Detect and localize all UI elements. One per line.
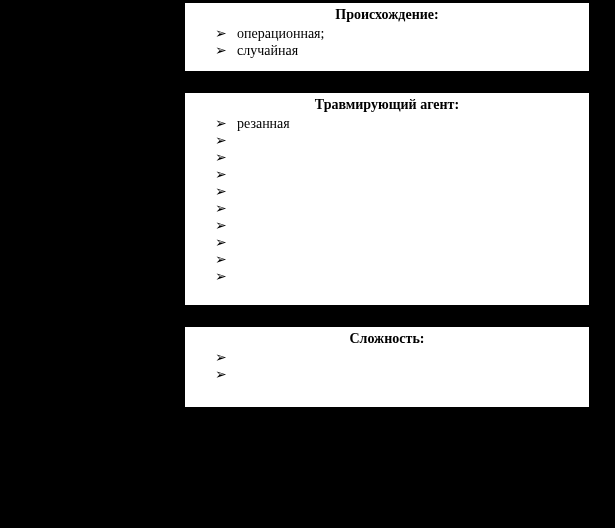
box-complexity-title: Сложность: (195, 331, 579, 347)
list-item: случайная (215, 42, 579, 59)
box-agent-title: Травмирующий агент: (195, 97, 579, 113)
box-agent-list: резанная (195, 115, 579, 285)
list-item (215, 200, 579, 217)
list-item (215, 234, 579, 251)
list-item (215, 251, 579, 268)
box-origin: Происхождение: операционная; случайная (184, 2, 590, 72)
list-item-label: операционная; (237, 26, 324, 41)
list-item-label: резанная (237, 116, 290, 131)
list-item (215, 268, 579, 285)
list-item-label: случайная (237, 43, 298, 58)
list-item (215, 217, 579, 234)
box-origin-list: операционная; случайная (195, 25, 579, 59)
list-item: резанная (215, 115, 579, 132)
diagram-canvas: Происхождение: операционная; случайная Т… (0, 0, 615, 528)
list-item (215, 366, 579, 383)
box-complexity: Сложность: (184, 326, 590, 408)
list-item (215, 149, 579, 166)
list-item (215, 132, 579, 149)
box-origin-title: Происхождение: (195, 7, 579, 23)
list-item (215, 183, 579, 200)
list-item: операционная; (215, 25, 579, 42)
box-agent: Травмирующий агент: резанная (184, 92, 590, 306)
list-item (215, 349, 579, 366)
list-item (215, 166, 579, 183)
box-complexity-list (195, 349, 579, 383)
